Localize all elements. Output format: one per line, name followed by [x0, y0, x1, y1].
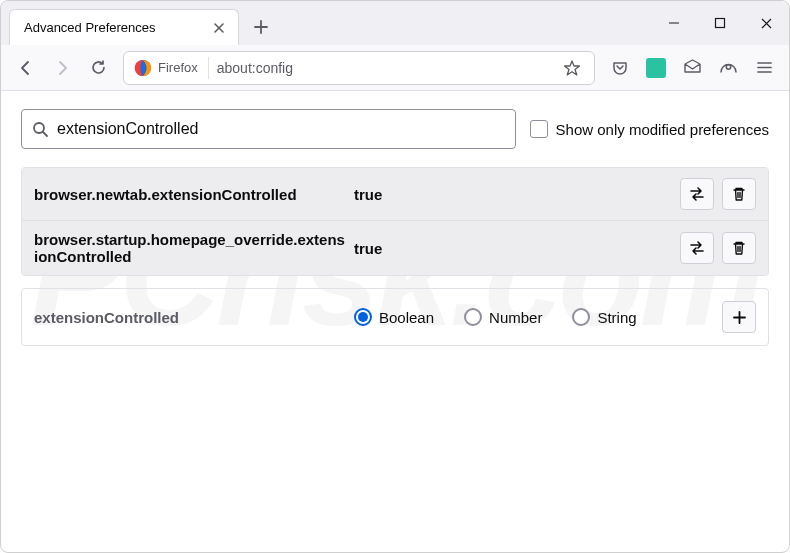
identity-label: Firefox — [158, 60, 198, 75]
titlebar: Advanced Preferences — [1, 1, 789, 45]
search-input[interactable] — [57, 120, 505, 138]
inbox-button[interactable] — [675, 51, 709, 85]
minimize-button[interactable] — [651, 1, 697, 45]
delete-button[interactable] — [722, 232, 756, 264]
radio-boolean[interactable]: Boolean — [354, 308, 434, 326]
forward-button[interactable] — [45, 51, 79, 85]
add-button[interactable] — [722, 301, 756, 333]
toggle-button[interactable] — [680, 232, 714, 264]
back-button[interactable] — [9, 51, 43, 85]
show-modified-label: Show only modified preferences — [556, 121, 769, 138]
account-button[interactable] — [711, 51, 745, 85]
radio-icon — [354, 308, 372, 326]
search-box — [21, 109, 516, 149]
radio-icon — [572, 308, 590, 326]
delete-button[interactable] — [722, 178, 756, 210]
pocket-button[interactable] — [603, 51, 637, 85]
reload-button[interactable] — [81, 51, 115, 85]
preferences-table: browser.newtab.extensionControlled true … — [21, 167, 769, 276]
toggle-button[interactable] — [680, 178, 714, 210]
new-pref-name: extensionControlled — [34, 309, 354, 326]
pref-value: true — [354, 240, 680, 257]
navigation-toolbar: Firefox about:config — [1, 45, 789, 91]
svg-rect-0 — [716, 19, 725, 28]
maximize-button[interactable] — [697, 1, 743, 45]
pref-name: browser.newtab.extensionControlled — [34, 186, 354, 203]
search-icon — [32, 121, 49, 138]
pref-row[interactable]: browser.newtab.extensionControlled true — [22, 168, 768, 220]
url-bar[interactable]: Firefox about:config — [123, 51, 595, 85]
radio-number[interactable]: Number — [464, 308, 542, 326]
new-preference-row: extensionControlled Boolean Number Strin… — [21, 288, 769, 346]
svg-point-2 — [726, 65, 730, 69]
close-tab-button[interactable] — [210, 19, 228, 37]
show-modified-checkbox[interactable]: Show only modified preferences — [530, 120, 769, 138]
radio-icon — [464, 308, 482, 326]
tab-title: Advanced Preferences — [24, 20, 210, 35]
window-controls — [651, 1, 789, 45]
type-radio-group: Boolean Number String — [354, 308, 722, 326]
url-text: about:config — [217, 60, 558, 76]
identity-box[interactable]: Firefox — [128, 57, 209, 79]
browser-tab[interactable]: Advanced Preferences — [9, 9, 239, 45]
pref-name: browser.startup.homepage_override.extens… — [34, 231, 354, 265]
close-window-button[interactable] — [743, 1, 789, 45]
radio-string[interactable]: String — [572, 308, 636, 326]
pref-value: true — [354, 186, 680, 203]
firefox-icon — [134, 59, 152, 77]
pref-row[interactable]: browser.startup.homepage_override.extens… — [22, 220, 768, 275]
bookmark-star-button[interactable] — [558, 54, 586, 82]
extension-button[interactable] — [639, 51, 673, 85]
new-tab-button[interactable] — [245, 11, 277, 43]
about-config-content: Show only modified preferences browser.n… — [1, 91, 789, 364]
app-menu-button[interactable] — [747, 51, 781, 85]
checkbox-icon — [530, 120, 548, 138]
